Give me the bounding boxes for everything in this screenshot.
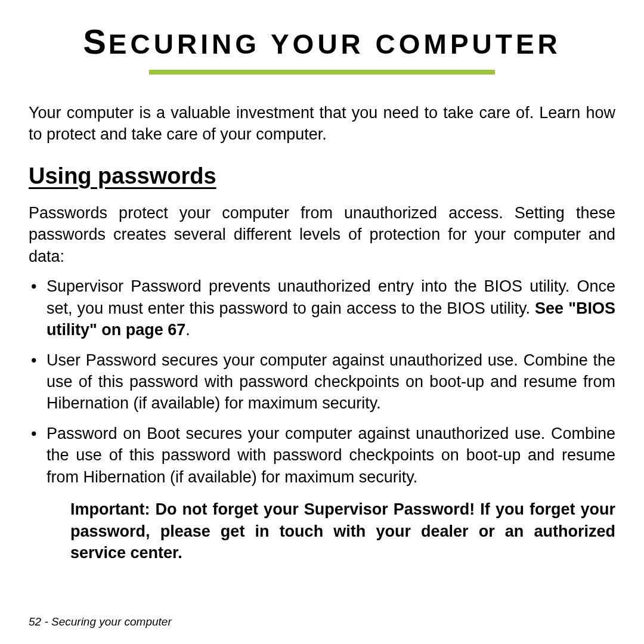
title-cap-s: S [83, 22, 109, 61]
title-word-2: YOUR [271, 29, 364, 60]
list-item-text: Password on Boot secures your computer a… [47, 425, 615, 486]
page: SECURING YOUR COMPUTER Your computer is … [0, 0, 644, 644]
list-item-text: User Password secures your computer agai… [47, 351, 615, 413]
page-title: SECURING YOUR COMPUTER [29, 21, 615, 61]
password-types-list: Supervisor Password prevents unauthorize… [29, 275, 615, 488]
list-item: Password on Boot secures your computer a… [29, 423, 615, 488]
page-footer: 52 - Securing your computer [29, 615, 172, 628]
list-item-text: Supervisor Password prevents unauthorize… [47, 277, 615, 317]
list-item-text-post: . [185, 321, 190, 339]
intro-paragraph: Your computer is a valuable investment t… [29, 102, 615, 145]
list-item: User Password secures your computer agai… [29, 349, 615, 414]
list-item: Supervisor Password prevents unauthorize… [29, 275, 615, 340]
important-note: Important: Do not forget your Supervisor… [70, 499, 615, 564]
section-heading-using-passwords: Using passwords [29, 163, 615, 189]
title-underline [149, 70, 495, 75]
title-word-3: COMPUTER [376, 29, 561, 60]
section-intro-paragraph: Passwords protect your computer from una… [29, 202, 615, 267]
title-word-1: ECURING [109, 29, 260, 60]
